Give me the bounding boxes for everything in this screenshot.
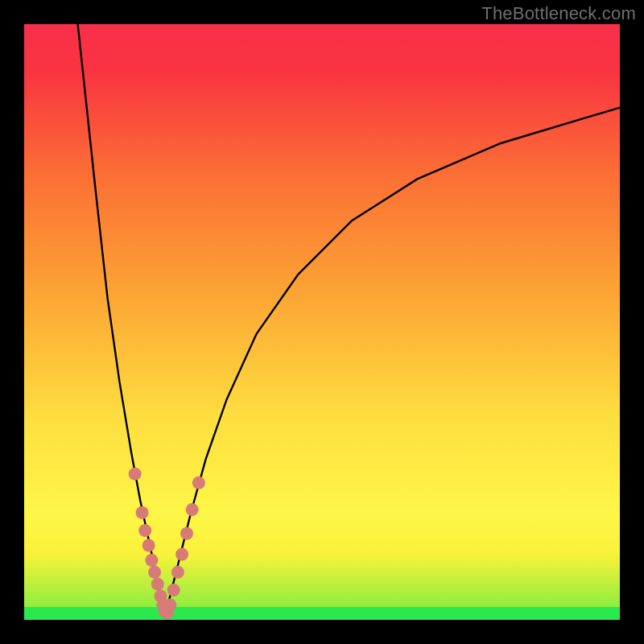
dot	[136, 506, 149, 519]
dot	[151, 578, 164, 591]
chart-frame: TheBottleneck.com	[0, 0, 644, 644]
dot	[138, 524, 151, 537]
dot	[192, 477, 205, 489]
watermark-text: TheBottleneck.com	[481, 3, 636, 24]
dot	[148, 566, 161, 579]
dot	[175, 548, 188, 561]
dot	[171, 566, 184, 579]
dot	[129, 468, 142, 481]
bottleneck-curve-left	[78, 24, 166, 614]
dot	[163, 599, 176, 612]
curve-layer	[24, 24, 620, 620]
dot	[167, 584, 180, 597]
dot	[145, 554, 158, 567]
dot	[142, 539, 155, 552]
bottleneck-curve-right	[165, 108, 620, 614]
dot	[180, 527, 193, 540]
highlight-dots	[129, 468, 205, 619]
dot	[186, 503, 199, 516]
plot-area	[24, 24, 620, 620]
